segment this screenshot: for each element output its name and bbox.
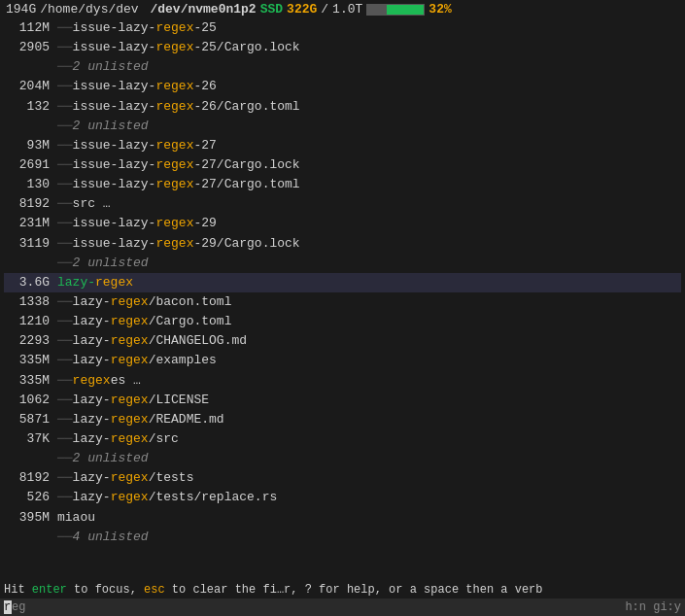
file-path: ──lazy-regex/tests [57, 468, 681, 488]
tree-row: 2293──lazy-regex/CHANGELOG.md [4, 331, 681, 351]
file-name: lazy-regex/bacon.toml [73, 294, 232, 309]
tree-row: 8192 ──src … [4, 194, 681, 214]
disk-percent: 32% [428, 2, 451, 17]
file-size: 8192 [4, 194, 57, 214]
file-name: lazy-regex/examples [73, 353, 217, 367]
file-size: 335M [4, 371, 57, 391]
file-size: 526 [4, 488, 57, 507]
file-size: 112M [4, 18, 57, 38]
file-path: miaou [57, 508, 681, 528]
tree-row: 2905 ──issue-lazy-regex-25/Cargo.lock [4, 38, 681, 57]
file-name: lazy-regex/tests [73, 470, 194, 485]
cursor-area: reg [4, 600, 25, 614]
file-path: ──2 unlisted [57, 57, 681, 77]
terminal: 194G /home/dys/dev /dev/nvme0n1p2 SSD 32… [0, 0, 685, 616]
file-path: ──lazy-regex/bacon.toml [57, 292, 681, 312]
enter-key: enter [32, 583, 67, 597]
disk-used: 322G [287, 2, 317, 17]
file-path: ──2 unlisted [57, 254, 681, 273]
tree-row: 335M──lazy-regex/examples [4, 351, 681, 370]
file-name: lazy-regex [57, 275, 133, 290]
file-path: ──issue-lazy-regex-26 [57, 77, 681, 96]
file-name: lazy-regex/Cargo.toml [73, 314, 232, 328]
file-path: ──issue-lazy-regex-29 [57, 214, 681, 233]
tree-row: 3119 ──issue-lazy-regex-29/Cargo.lock [4, 234, 681, 254]
header-device: /dev/nvme0n1p2 [143, 2, 257, 17]
tree-row: 37K──lazy-regex/src [4, 429, 681, 449]
file-size: 2691 [4, 155, 57, 175]
position-info: h:n gi:y [625, 600, 681, 614]
file-path: ──lazy-regex/tests/replace.rs [57, 488, 681, 507]
file-path: ──issue-lazy-regex-25 [57, 18, 681, 38]
tree-row: 8192──lazy-regex/tests [4, 468, 681, 488]
file-name: issue-lazy-regex-25/Cargo.lock [73, 40, 300, 54]
file-name: issue-lazy-regex-29 [73, 216, 217, 230]
tree-row: 3.6Glazy-regex [4, 273, 681, 292]
file-size: 130 [4, 175, 57, 194]
file-path: ──issue-lazy-regex-25/Cargo.lock [57, 38, 681, 57]
file-path: ──lazy-regex/README.md [57, 410, 681, 429]
file-size: 204M [4, 77, 57, 96]
tree-row: 231M──issue-lazy-regex-29 [4, 214, 681, 233]
disk-total: 1.0T [332, 2, 362, 17]
file-size: 37K [4, 429, 57, 449]
file-size: 231M [4, 214, 57, 233]
file-path: ──4 unlisted [57, 528, 681, 547]
file-path: ──2 unlisted [57, 117, 681, 136]
file-name: lazy-regex/README.md [73, 412, 224, 427]
file-name: src … [73, 196, 111, 211]
file-path: ──lazy-regex/examples [57, 351, 681, 370]
esc-key: esc [144, 583, 165, 597]
file-size: 3119 [4, 234, 57, 254]
tree-row: 2691 ──issue-lazy-regex-27/Cargo.lock [4, 155, 681, 175]
tree-row: 112M──issue-lazy-regex-25 [4, 18, 681, 38]
file-path: ──issue-lazy-regex-27/Cargo.toml [57, 175, 681, 194]
file-path: ──issue-lazy-regex-27/Cargo.lock [57, 155, 681, 175]
file-size: 2293 [4, 331, 57, 351]
file-size: 5871 [4, 410, 57, 429]
tree-row: ──2 unlisted [4, 449, 681, 468]
bar-filled [387, 5, 424, 15]
file-size: 1338 [4, 292, 57, 312]
file-name: issue-lazy-regex-27 [73, 138, 217, 153]
tree-row: 1210──lazy-regex/Cargo.toml [4, 312, 681, 331]
file-path: ──2 unlisted [57, 449, 681, 468]
tree-row: 130 ──issue-lazy-regex-27/Cargo.toml [4, 175, 681, 194]
tree-row: ──4 unlisted [4, 528, 681, 547]
header-ssd: SSD [260, 2, 283, 17]
file-size: 132 [4, 97, 57, 117]
file-size: 1210 [4, 312, 57, 331]
file-path: ──issue-lazy-regex-29/Cargo.lock [57, 234, 681, 254]
file-path: ──lazy-regex/Cargo.toml [57, 312, 681, 331]
header-bar: 194G /home/dys/dev /dev/nvme0n1p2 SSD 32… [0, 0, 685, 18]
file-size: 335M [4, 351, 57, 370]
file-name: issue-lazy-regex-25 [73, 20, 217, 35]
tree-row: ──2 unlisted [4, 254, 681, 273]
tree-row: ──2 unlisted [4, 117, 681, 136]
file-tree: 112M──issue-lazy-regex-252905 ──issue-la… [0, 18, 685, 581]
file-name: issue-lazy-regex-26/Cargo.toml [73, 99, 300, 114]
bottom-bar: reg h:n gi:y [0, 599, 685, 616]
file-name: issue-lazy-regex-29/Cargo.lock [73, 236, 300, 251]
file-path: ──lazy-regex/CHANGELOG.md [57, 331, 681, 351]
tree-row: 395Mmiaou [4, 508, 681, 528]
file-size: 1062 [4, 391, 57, 410]
tree-row: 132 ──issue-lazy-regex-26/Cargo.toml [4, 97, 681, 117]
tree-row: ──2 unlisted [4, 57, 681, 77]
file-path: ──src … [57, 194, 681, 214]
tree-row: 335M ──regexes … [4, 371, 681, 391]
file-size: 93M [4, 136, 57, 155]
file-name: regexes … [73, 373, 141, 388]
tree-row: 5871──lazy-regex/README.md [4, 410, 681, 429]
file-size: 395M [4, 508, 57, 528]
tree-row: 526 ──lazy-regex/tests/replace.rs [4, 488, 681, 507]
cursor-block: r [4, 600, 12, 614]
file-path: ──issue-lazy-regex-27 [57, 136, 681, 155]
file-name: issue-lazy-regex-26 [73, 79, 217, 93]
file-name: lazy-regex/src [73, 431, 179, 446]
header-size: 194G [6, 2, 36, 17]
tree-row: 204M──issue-lazy-regex-26 [4, 77, 681, 96]
file-path: ──issue-lazy-regex-26/Cargo.toml [57, 97, 681, 117]
tree-row: 93M──issue-lazy-regex-27 [4, 136, 681, 155]
file-path: lazy-regex [57, 273, 681, 292]
